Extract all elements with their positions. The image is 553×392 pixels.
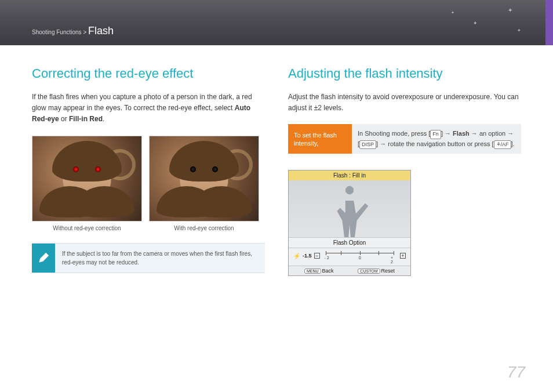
- sample-photo-corrected: [149, 136, 259, 222]
- flash-bolt-icon: ⚡: [293, 253, 300, 259]
- caption-without: Without red-eye correction: [32, 225, 142, 231]
- decoration-sparkle: ✦: [473, 20, 478, 26]
- custom-button-icon: CUSTOM: [358, 268, 380, 274]
- note-text: If the subject is too far from the camer…: [55, 244, 265, 273]
- page-header: ✦ ✦ ✦ ✦ Shooting Functions > Flash: [0, 0, 553, 45]
- breadcrumb: Shooting Functions > Flash: [32, 25, 114, 45]
- caption-with: With red-eye correction: [149, 225, 259, 231]
- figure-without-correction: Without red-eye correction: [32, 136, 142, 231]
- af-button-label: ⚘/AF: [494, 140, 511, 150]
- red-eye-right: [95, 166, 101, 172]
- disp-button-label: DISP: [359, 140, 376, 150]
- red-eye-para-text: If the flash fires when you capture a ph…: [32, 93, 252, 112]
- instr-rotate-text: rotate the navigation button or press [: [388, 140, 493, 147]
- decoration-sparkle: ✦: [517, 28, 521, 33]
- lcd-option-label: Flash Option: [289, 237, 410, 248]
- instr-text: In Shooting mode, press [: [358, 130, 430, 137]
- note-box: If the subject is too far from the camer…: [32, 243, 265, 273]
- heading-flash-intensity: Adjusting the flash intensity: [288, 66, 521, 81]
- scale-mid-label: 0: [359, 256, 361, 260]
- arrow-icon: →: [471, 130, 478, 137]
- flash-intensity-paragraph: Adjust the flash intensity to avoid over…: [288, 92, 521, 114]
- normal-eye-left: [190, 166, 196, 172]
- lcd-reset: CUSTOMReset: [358, 268, 395, 274]
- option-fill-in-red: Fill-in Red: [69, 115, 103, 123]
- column-right: Adjusting the flash intensity Adjust the…: [288, 66, 521, 276]
- instruction-steps: In Shooting mode, press [Fn] → Flash → a…: [352, 124, 521, 154]
- instruction-row: To set the flash intensity, In Shooting …: [288, 124, 521, 154]
- lcd-viewport: [289, 180, 410, 237]
- page-number: 77: [507, 363, 525, 382]
- reset-label: Reset: [381, 268, 395, 274]
- scale-ruler: - 2 0 + 2: [322, 251, 398, 261]
- flash-lcd-panel: Flash : Fill in Flash Option ⚡ -1.5 −: [288, 170, 411, 276]
- instr-an-option: an option: [479, 130, 505, 137]
- bg-ring-decoration: [104, 149, 136, 180]
- heading-red-eye: Correcting the red-eye effect: [32, 66, 265, 81]
- red-eye-left: [73, 166, 79, 172]
- text-period: .: [103, 115, 104, 123]
- back-label: Back: [322, 268, 334, 274]
- person-silhouette-icon: [323, 185, 376, 237]
- scale-minus-icon: −: [314, 253, 320, 259]
- breadcrumb-section: Shooting Functions: [32, 29, 82, 35]
- scale-min-label: - 2: [324, 256, 329, 260]
- red-eye-paragraph: If the flash fires when you capture a ph…: [32, 92, 265, 125]
- instr-end: ].: [511, 140, 515, 147]
- sample-photo-red-eye: [32, 136, 142, 222]
- lcd-back: MENUBack: [304, 268, 334, 274]
- column-left: Correcting the red-eye effect If the fla…: [32, 66, 265, 276]
- decoration-sparkle: ✦: [451, 10, 454, 15]
- figure-with-correction: With red-eye correction: [149, 136, 259, 231]
- flash-intensity-value: -1.5: [303, 253, 312, 259]
- breadcrumb-separator: >: [82, 29, 88, 35]
- normal-eye-right: [212, 166, 218, 172]
- menu-button-icon: MENU: [304, 268, 321, 274]
- decoration-sparkle: ✦: [508, 7, 512, 13]
- content-area: Correcting the red-eye effect If the fla…: [0, 45, 553, 276]
- bg-ring-decoration: [221, 149, 253, 180]
- flash-intensity-scale: ⚡ -1.5 − - 2 0 + 2 +: [289, 248, 410, 266]
- arrow-icon: →: [380, 140, 386, 147]
- breadcrumb-page: Flash: [88, 25, 114, 37]
- lcd-title: Flash : Fill in: [289, 170, 410, 180]
- text-or: or: [59, 115, 69, 123]
- arrow-icon: →: [445, 130, 451, 137]
- note-icon: [32, 244, 55, 273]
- lcd-footer: MENUBack CUSTOMReset: [289, 266, 410, 275]
- red-eye-image-pair: Without red-eye correction With red-eye …: [32, 136, 265, 231]
- instruction-label: To set the flash intensity,: [288, 124, 352, 154]
- fn-button-label: Fn: [430, 130, 441, 139]
- scale-plus-icon: +: [400, 253, 406, 259]
- arrow-icon: →: [507, 130, 514, 137]
- flash-keyword: Flash: [453, 130, 470, 137]
- scale-max-label: + 2: [391, 256, 395, 264]
